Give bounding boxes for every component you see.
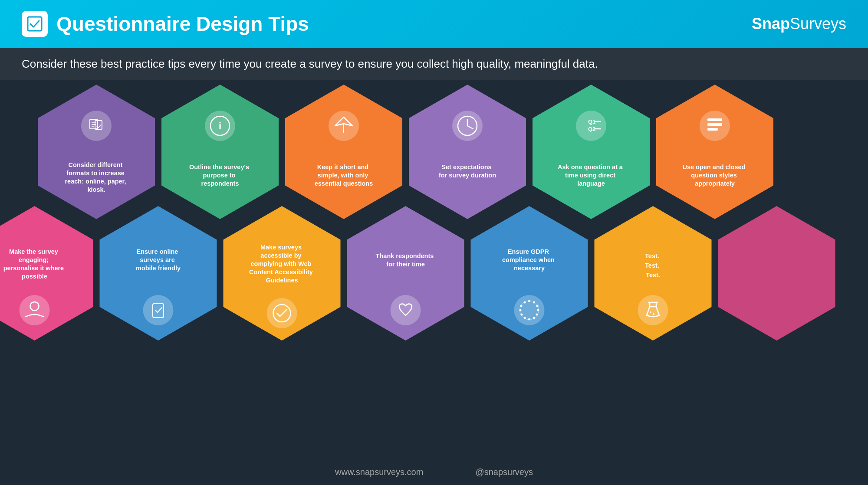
svg-point-58 [653, 313, 654, 315]
hex-onequestion [533, 85, 650, 219]
hex-short [285, 85, 402, 219]
subtitle: Consider these best practice tips every … [0, 48, 868, 80]
svg-point-40 [528, 300, 530, 302]
svg-point-45 [533, 317, 535, 319]
svg-point-57 [650, 311, 651, 313]
svg-point-43 [537, 309, 539, 311]
svg-point-33 [267, 298, 297, 328]
svg-point-46 [528, 318, 530, 321]
footer-website: www.snapsurveys.com [335, 467, 423, 477]
svg-point-38 [514, 295, 545, 325]
hex-formats [38, 85, 155, 219]
svg-point-30 [143, 295, 174, 325]
svg-rect-23 [707, 123, 722, 126]
svg-rect-24 [707, 128, 718, 131]
footer-twitter: @snapsurveys [475, 467, 533, 477]
svg-point-36 [391, 295, 421, 325]
svg-point-48 [521, 314, 523, 316]
header-icon [22, 11, 48, 37]
hex-expectations [409, 85, 526, 219]
hex-formats-icon-bg [81, 111, 112, 141]
brand-logo: SnapSurveys [752, 15, 846, 33]
hex-purpose [161, 85, 279, 219]
brand-snap: Snap [752, 15, 790, 33]
brand-surveys: Surveys [790, 15, 846, 33]
svg-point-41 [533, 301, 535, 304]
header: Questionnaire Design Tips SnapSurveys [0, 0, 868, 48]
hex-openclose [656, 85, 773, 219]
footer: www.snapsurveys.com @snapsurveys [0, 467, 868, 477]
svg-point-49 [519, 309, 522, 311]
svg-text:Keep it short and
      simple: Keep it short and simple, with only esse… [315, 164, 373, 187]
honeycomb-svg: Consider different formats to increase r… [0, 80, 868, 436]
svg-point-53 [638, 295, 668, 325]
svg-point-50 [520, 305, 523, 307]
page-title: Questionnaire Design Tips [56, 12, 309, 36]
svg-text:Ensure online
      surveys ar: Ensure online surveys are mobile friendl… [136, 248, 181, 272]
header-left: Questionnaire Design Tips [22, 11, 309, 37]
svg-rect-22 [707, 118, 722, 121]
svg-text:i: i [219, 120, 221, 131]
svg-point-51 [524, 301, 526, 304]
svg-point-47 [524, 317, 526, 319]
svg-point-44 [536, 314, 538, 316]
hex-extra [718, 206, 835, 341]
svg-text:Test.
      Test.
      Test.: Test. Test. Test. [645, 252, 661, 279]
svg-point-42 [536, 305, 539, 307]
